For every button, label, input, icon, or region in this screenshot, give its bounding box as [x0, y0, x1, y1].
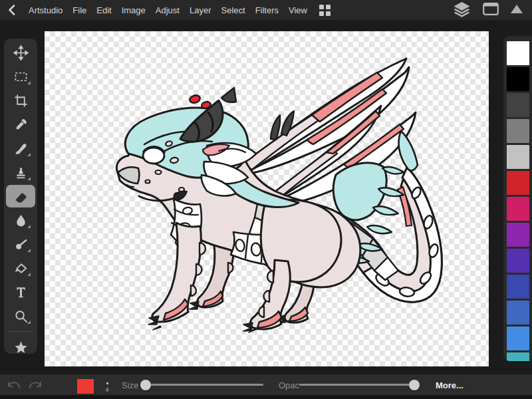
submenu-corner-icon	[27, 249, 31, 252]
tool-eyedropper[interactable]	[6, 112, 35, 136]
tool-stamp[interactable]	[6, 160, 35, 184]
palette-swatch-5[interactable]	[507, 171, 529, 195]
palette-swatch-12[interactable]	[507, 352, 529, 361]
topbar-right-icons	[453, 1, 523, 19]
menu-item-file[interactable]: File	[72, 5, 86, 15]
tool-text[interactable]	[6, 280, 35, 304]
redo-icon[interactable]	[28, 379, 43, 394]
tool-crop[interactable]	[6, 88, 35, 112]
menu-item-view[interactable]: View	[289, 5, 307, 15]
submenu-corner-icon	[27, 81, 31, 84]
menu-item-adjust[interactable]: Adjust	[156, 5, 180, 15]
tool-shape[interactable]	[6, 256, 35, 280]
grid-icon[interactable]	[319, 5, 331, 16]
submenu-corner-icon	[27, 273, 31, 276]
undo-icon[interactable]	[7, 379, 21, 394]
size-slider[interactable]	[141, 384, 263, 386]
tool-divider	[8, 331, 33, 332]
menu-item-select[interactable]: Select	[221, 5, 245, 15]
more-button[interactable]: More...	[436, 380, 464, 390]
brush-size-value: 4	[101, 386, 113, 393]
menu-bar: ArtstudioFileEditImageAdjustLayerSelectF…	[0, 0, 532, 20]
triangle-up-icon[interactable]	[511, 5, 523, 15]
opacity-slider[interactable]	[299, 384, 419, 386]
menu-item-layer[interactable]: Layer	[190, 5, 211, 15]
bottom-bar: 4 Size Opac More...	[0, 374, 532, 395]
submenu-corner-icon	[27, 177, 31, 180]
palette-swatch-7[interactable]	[507, 223, 529, 247]
layers-icon[interactable]	[453, 1, 471, 19]
color-palette	[503, 36, 532, 361]
brush-preview: 4	[101, 377, 113, 393]
tool-marquee[interactable]	[6, 65, 35, 88]
palette-swatch-4[interactable]	[507, 145, 529, 169]
dragon-artwork	[45, 31, 489, 366]
menu-item-artstudio[interactable]: Artstudio	[29, 5, 63, 15]
artstudio-app: ArtstudioFileEditImageAdjustLayerSelectF…	[0, 0, 532, 399]
tool-drop[interactable]	[6, 208, 35, 232]
brush-tip-dot	[106, 382, 108, 384]
palette-swatch-2[interactable]	[507, 93, 529, 117]
canvas[interactable]	[45, 31, 489, 366]
tool-zoom[interactable]	[6, 304, 35, 328]
palette-swatch-8[interactable]	[507, 249, 529, 273]
tool-star[interactable]	[6, 335, 35, 359]
size-slider-knob[interactable]	[140, 380, 151, 390]
menu-item-image[interactable]: Image	[122, 5, 146, 15]
palette-swatch-10[interactable]	[507, 301, 529, 325]
tool-brush[interactable]	[6, 136, 35, 160]
tool-eraser[interactable]	[6, 185, 35, 207]
tool-panel	[4, 39, 37, 354]
submenu-corner-icon	[27, 153, 31, 156]
menu-item-edit[interactable]: Edit	[96, 5, 111, 15]
palette-swatch-6[interactable]	[507, 197, 529, 221]
palette-swatch-0[interactable]	[507, 41, 529, 65]
submenu-corner-icon	[27, 321, 31, 324]
menu-items: ArtstudioFileEditImageAdjustLayerSelectF…	[29, 5, 307, 15]
palette-swatch-3[interactable]	[507, 119, 529, 143]
tool-smudge[interactable]	[6, 232, 35, 256]
opacity-label: Opac	[279, 380, 299, 390]
palette-swatch-1[interactable]	[507, 67, 529, 91]
size-label: Size	[122, 380, 138, 390]
menu-item-filters[interactable]: Filters	[255, 5, 279, 15]
opacity-slider-knob[interactable]	[409, 380, 420, 390]
canvas-frame-icon[interactable]	[483, 3, 499, 17]
palette-swatch-11[interactable]	[507, 327, 529, 350]
submenu-corner-icon	[27, 225, 31, 228]
current-color-swatch[interactable]	[77, 379, 94, 394]
near-front-leg	[148, 223, 205, 330]
back-chevron-icon[interactable]	[8, 5, 15, 15]
tool-move[interactable]	[6, 41, 35, 65]
palette-swatch-9[interactable]	[507, 275, 529, 299]
bottom-edge-strip	[0, 395, 532, 399]
